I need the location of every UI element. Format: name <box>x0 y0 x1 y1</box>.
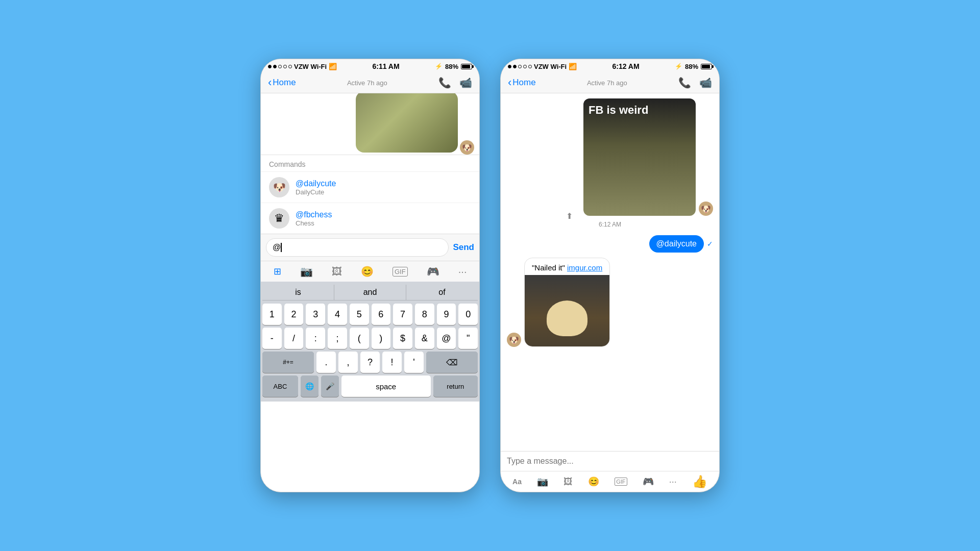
key-colon[interactable]: : <box>306 328 325 349</box>
key-apos[interactable]: ' <box>404 352 424 373</box>
key-lparen[interactable]: ( <box>350 328 369 349</box>
command-item-fbchess[interactable]: ♛ @fbchess Chess <box>261 203 479 234</box>
right-font-icon[interactable]: Aa <box>512 478 522 486</box>
key-semi[interactable]: ; <box>328 328 347 349</box>
key-abc[interactable]: ABC <box>262 375 298 397</box>
camera-icon[interactable]: 📷 <box>300 265 313 278</box>
right-message-input[interactable] <box>507 457 713 466</box>
battery-percent: 88% <box>445 63 458 70</box>
key-amp[interactable]: & <box>415 328 434 349</box>
key-dash[interactable]: - <box>262 328 282 349</box>
key-6[interactable]: 6 <box>372 304 391 325</box>
back-button[interactable]: ‹ Home <box>268 77 296 88</box>
message-input[interactable]: @ <box>266 238 449 257</box>
right-camera-icon[interactable]: 📷 <box>537 476 548 487</box>
left-toolbar: ⊞ 📷 🖼 😊 GIF 🎮 ··· <box>261 261 479 282</box>
dot-4 <box>283 65 287 68</box>
key-space[interactable]: space <box>341 375 431 397</box>
dot-5 <box>288 65 292 68</box>
bluetooth-icon: ⚡ <box>435 63 443 70</box>
left-input-bar: @ Send <box>261 234 479 261</box>
key-at[interactable]: @ <box>437 328 456 349</box>
emoji-icon[interactable]: 😊 <box>361 265 374 278</box>
thumbs-up-button[interactable]: 👍 <box>692 474 707 489</box>
message-timestamp: 6:12 AM <box>507 221 713 228</box>
left-phone: VZW Wi-Fi 📶 6:11 AM ⚡ 88% ‹ Home Active … <box>260 59 480 492</box>
more-icon[interactable]: ··· <box>458 266 467 278</box>
key-backspace[interactable]: ⌫ <box>426 352 478 373</box>
right-status-bar: VZW Wi-Fi 📶 6:12 AM ⚡ 88% <box>501 59 719 73</box>
right-input-bar <box>501 451 719 471</box>
right-gif-icon[interactable]: GIF <box>615 478 627 486</box>
left-status-right: ⚡ 88% <box>435 63 472 70</box>
suggestion-and[interactable]: and <box>334 285 406 300</box>
key-8[interactable]: 8 <box>415 304 434 325</box>
right-video-icon[interactable]: 📹 <box>699 77 712 89</box>
key-2[interactable]: 2 <box>284 304 304 325</box>
right-gallery-icon[interactable]: 🖼 <box>564 477 573 487</box>
nailed-it-image <box>525 275 609 346</box>
right-carrier: VZW Wi-Fi <box>534 63 567 70</box>
gallery-icon[interactable]: 🖼 <box>332 266 342 278</box>
wifi-icon: 📶 <box>329 63 337 70</box>
carrier-label: VZW Wi-Fi <box>294 63 327 70</box>
right-phone-icon[interactable]: 📞 <box>678 77 691 89</box>
r-dot-4 <box>523 65 527 68</box>
commands-title: Commands <box>261 155 479 171</box>
game-icon[interactable]: 🎮 <box>427 265 439 278</box>
r-dot-5 <box>528 65 532 68</box>
key-globe[interactable]: 🌐 <box>301 375 318 397</box>
right-battery-percent: 88% <box>685 63 698 70</box>
timestamp-text: 6:12 AM <box>599 221 621 228</box>
grid-icon[interactable]: ⊞ <box>274 266 281 277</box>
left-status-left: VZW Wi-Fi 📶 <box>268 63 337 70</box>
key-quote[interactable]: " <box>458 328 478 349</box>
dot-3 <box>278 65 282 68</box>
key-4[interactable]: 4 <box>328 304 347 325</box>
right-back-button[interactable]: ‹ Home <box>508 77 536 88</box>
key-comma[interactable]: , <box>338 352 358 373</box>
keyboard-row-2: - / : ; ( ) $ & @ " <box>262 328 478 349</box>
key-question[interactable]: ? <box>360 352 380 373</box>
imgur-link[interactable]: imgur.com <box>567 263 602 272</box>
suggestion-of[interactable]: of <box>406 285 478 300</box>
key-mic[interactable]: 🎤 <box>321 375 339 397</box>
right-chat-area: ⬆ FB is weird 🐶 6:12 AM @dailycute ✓ 🐶 " <box>501 93 719 451</box>
right-bluetooth-icon: ⚡ <box>675 63 682 70</box>
key-5[interactable]: 5 <box>350 304 369 325</box>
right-time: 6:12 AM <box>612 62 639 70</box>
key-return[interactable]: return <box>433 375 478 397</box>
received-avatar: 🐶 <box>507 333 521 347</box>
commands-panel: Commands 🐶 @dailycute DailyCute ♛ @fbche… <box>261 155 479 234</box>
key-1[interactable]: 1 <box>262 304 282 325</box>
video-icon[interactable]: 📹 <box>459 77 472 89</box>
key-3[interactable]: 3 <box>306 304 325 325</box>
key-period[interactable]: . <box>316 352 336 373</box>
share-icon[interactable]: ⬆ <box>566 211 573 221</box>
send-button[interactable]: Send <box>453 242 474 253</box>
suggestion-is[interactable]: is <box>262 285 334 300</box>
right-signal-dots <box>508 65 532 68</box>
fbchess-avatar: ♛ <box>269 208 289 229</box>
right-more-icon[interactable]: ··· <box>669 477 677 487</box>
dailycute-message-row: @dailycute ✓ <box>507 235 713 253</box>
key-slash[interactable]: / <box>284 328 304 349</box>
right-nav-center: Active 7h ago <box>536 79 678 87</box>
fb-weird-message-row: ⬆ FB is weird 🐶 <box>507 98 713 216</box>
right-game-icon[interactable]: 🎮 <box>643 476 654 487</box>
read-receipt-icon: ✓ <box>707 240 713 248</box>
command-item-dailycute[interactable]: 🐶 @dailycute DailyCute <box>261 171 479 203</box>
nailed-it-message-row: 🐶 "Nailed it" imgur.com <box>507 258 713 347</box>
right-emoji-icon[interactable]: 😊 <box>588 476 599 487</box>
key-exclaim[interactable]: ! <box>382 352 402 373</box>
key-hashplus[interactable]: #+= <box>262 352 314 373</box>
gif-icon[interactable]: GIF <box>393 267 408 277</box>
key-7[interactable]: 7 <box>393 304 412 325</box>
key-rparen[interactable]: ) <box>372 328 391 349</box>
keyboard-row-4: ABC 🌐 🎤 space return <box>262 375 478 397</box>
key-9[interactable]: 9 <box>437 304 456 325</box>
phone-icon[interactable]: 📞 <box>438 77 451 89</box>
key-0[interactable]: 0 <box>458 304 478 325</box>
key-dollar[interactable]: $ <box>393 328 412 349</box>
dailycute-bubble: @dailycute <box>649 235 704 253</box>
